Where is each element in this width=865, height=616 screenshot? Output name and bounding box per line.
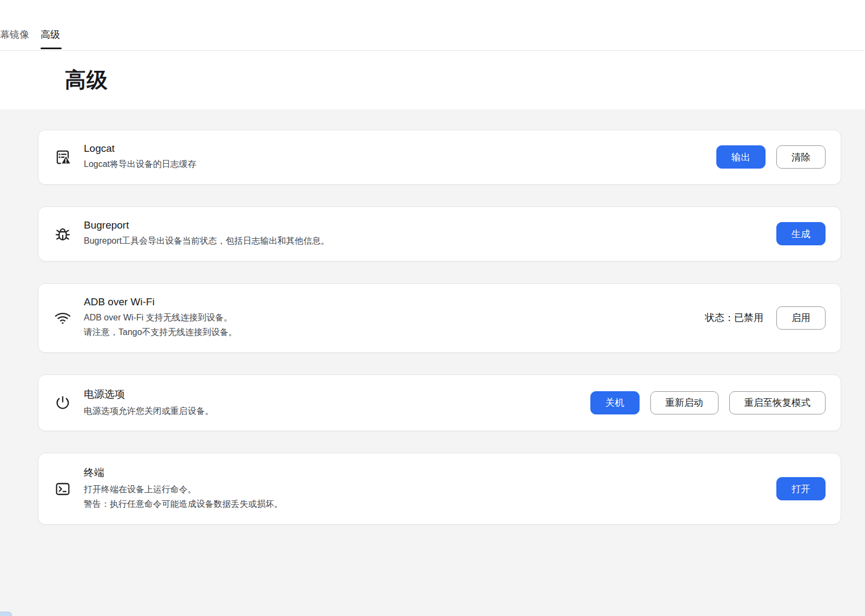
card-title: Logcat (84, 143, 196, 155)
logcat-clear-button[interactable]: 清除 (776, 145, 826, 169)
active-tab-indicator (41, 48, 62, 50)
bugreport-generate-button[interactable]: 生成 (776, 222, 826, 245)
card-title: ADB over Wi-Fi (84, 296, 237, 308)
terminal-open-button[interactable]: 打开 (776, 477, 826, 500)
adb-wifi-status: 状态：已禁用 (705, 311, 763, 324)
card-description-line1: 打开终端在设备上运行命令。 (84, 483, 283, 497)
reboot-button[interactable]: 重新启动 (650, 391, 718, 414)
card-title: 终端 (84, 466, 283, 480)
tab-bar: 幕镜像 高级 (0, 0, 865, 51)
card-adb-over-wifi: ADB over Wi-Fi ADB over Wi-Fi 支持无线连接到设备。… (38, 283, 841, 353)
logcat-export-button[interactable]: 输出 (716, 145, 766, 169)
terminal-icon (54, 480, 72, 498)
card-title: Bugreport (84, 219, 329, 231)
card-bugreport: Bugreport Bugreport工具会导出设备当前状态，包括日志输出和其他… (38, 206, 841, 262)
card-power-options: 电源选项 电源选项允许您关闭或重启设备。 关机 重新启动 重启至恢复模式 (38, 374, 841, 432)
settings-panel: Logcat Logcat将导出设备的日志缓存 输出 清除 Bugreport … (0, 109, 865, 616)
log-warning-icon (54, 149, 72, 166)
card-terminal: 终端 打开终端在设备上运行命令。 警告：执行任意命令可能造成设备数据丢失或损坏。… (38, 453, 841, 525)
power-off-button[interactable]: 关机 (590, 391, 640, 414)
tab-advanced[interactable]: 高级 (41, 28, 60, 50)
tab-screen-mirror-label: 幕镜像 (0, 29, 29, 40)
card-description-line2: 请注意，Tango不支持无线连接到设备。 (84, 325, 237, 340)
power-icon (54, 394, 72, 411)
wifi-icon (54, 309, 72, 326)
page-header: 高级 (0, 51, 865, 109)
page-title: 高级 (65, 65, 108, 95)
card-logcat: Logcat Logcat将导出设备的日志缓存 输出 清除 (38, 130, 841, 185)
card-description: Logcat将导出设备的日志缓存 (84, 157, 196, 172)
card-description: Bugreport工具会导出设备当前状态，包括日志输出和其他信息。 (84, 234, 329, 249)
tab-advanced-label: 高级 (41, 29, 60, 40)
card-title: 电源选项 (84, 387, 214, 401)
card-description-line2: 警告：执行任意命令可能造成设备数据丢失或损坏。 (84, 497, 283, 512)
card-description-line1: ADB over Wi-Fi 支持无线连接到设备。 (84, 311, 237, 325)
card-description: 电源选项允许您关闭或重启设备。 (84, 404, 214, 419)
adb-wifi-enable-button[interactable]: 启用 (776, 306, 826, 330)
partial-tooltip-sliver (0, 612, 12, 616)
reboot-recovery-button[interactable]: 重启至恢复模式 (729, 391, 826, 414)
clover-advanced-icon (41, 72, 58, 89)
tab-screen-mirror[interactable]: 幕镜像 (0, 28, 29, 50)
bug-icon (54, 225, 72, 243)
